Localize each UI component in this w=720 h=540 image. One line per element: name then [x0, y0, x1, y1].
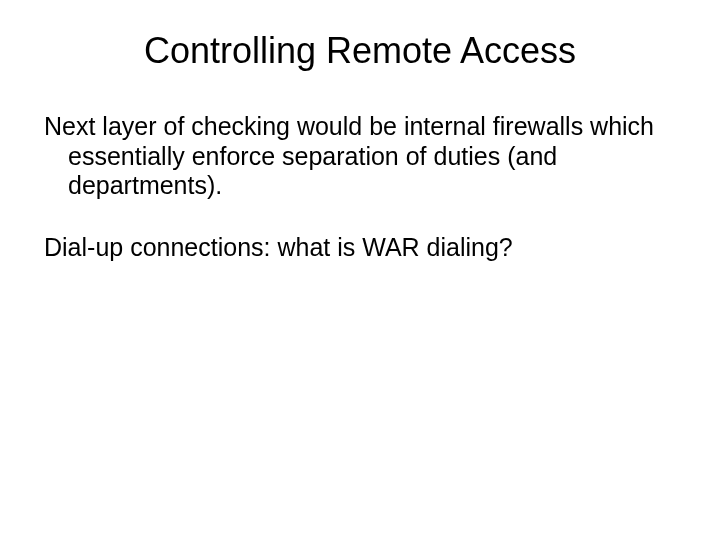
- slide-title: Controlling Remote Access: [0, 30, 720, 72]
- body-paragraph: Dial-up connections: what is WAR dialing…: [44, 233, 676, 263]
- body-paragraph: Next layer of checking would be internal…: [44, 112, 676, 201]
- slide-body: Next layer of checking would be internal…: [0, 112, 720, 262]
- slide: Controlling Remote Access Next layer of …: [0, 30, 720, 540]
